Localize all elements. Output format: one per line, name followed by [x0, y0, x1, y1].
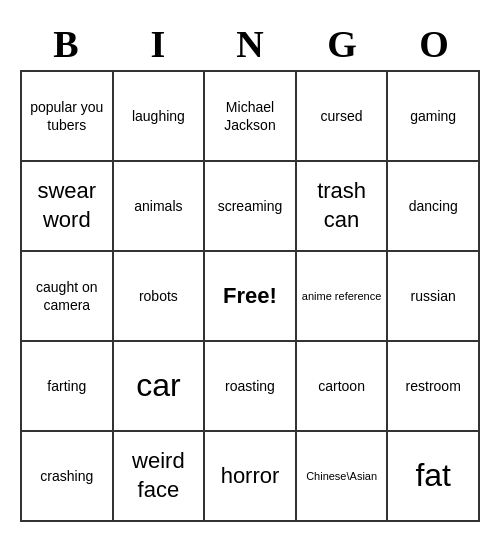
cell-3-1: car [114, 342, 206, 432]
cell-2-4: russian [388, 252, 480, 342]
title-o: O [390, 22, 478, 66]
cell-3-4: restroom [388, 342, 480, 432]
cell-0-4: gaming [388, 72, 480, 162]
cell-1-1: animals [114, 162, 206, 252]
cell-4-0: crashing [22, 432, 114, 522]
cell-4-1: weird face [114, 432, 206, 522]
title-b: B [22, 22, 110, 66]
cell-2-0: caught on camera [22, 252, 114, 342]
title-g: G [298, 22, 386, 66]
cell-3-0: farting [22, 342, 114, 432]
cell-2-3: anime reference [297, 252, 389, 342]
cell-2-1: robots [114, 252, 206, 342]
bingo-title: B I N G O [20, 22, 480, 66]
title-n: N [206, 22, 294, 66]
cell-2-2-free: Free! [205, 252, 297, 342]
cell-0-3: cursed [297, 72, 389, 162]
cell-0-0: popular you tubers [22, 72, 114, 162]
cell-4-4: fat [388, 432, 480, 522]
cell-4-3: Chinese\Asian [297, 432, 389, 522]
bingo-grid: popular you tubers laughing Michael Jack… [20, 70, 480, 522]
title-i: I [114, 22, 202, 66]
cell-1-2: screaming [205, 162, 297, 252]
cell-1-4: dancing [388, 162, 480, 252]
cell-4-2: horror [205, 432, 297, 522]
cell-1-3: trash can [297, 162, 389, 252]
cell-1-0: swear word [22, 162, 114, 252]
cell-0-2: Michael Jackson [205, 72, 297, 162]
bingo-card: B I N G O popular you tubers laughing Mi… [10, 12, 490, 532]
cell-3-3: cartoon [297, 342, 389, 432]
cell-3-2: roasting [205, 342, 297, 432]
cell-0-1: laughing [114, 72, 206, 162]
